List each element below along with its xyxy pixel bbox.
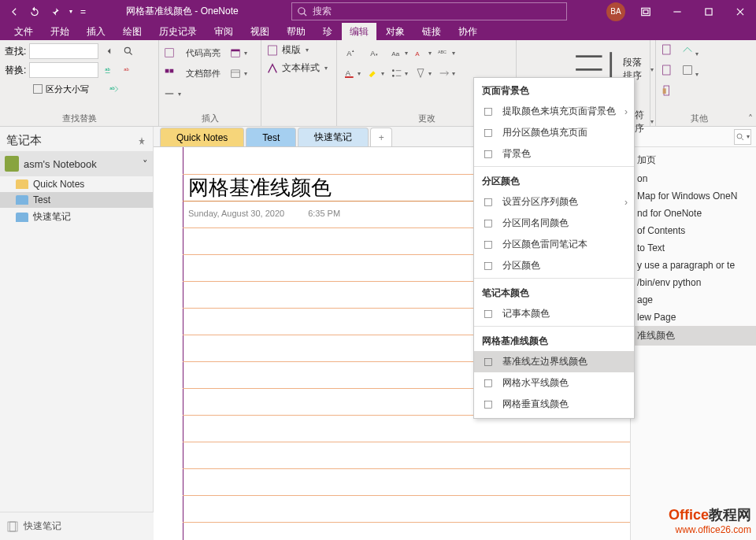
find-go-icon[interactable] (120, 43, 136, 59)
menu-开始[interactable]: 开始 (43, 23, 77, 41)
window-layout-icon[interactable] (630, 0, 662, 23)
notebook-name: asm's Notebook (24, 158, 97, 170)
replace-one-icon[interactable]: ab (102, 62, 117, 78)
other-btn-5[interactable] (661, 84, 680, 103)
dropdown-item[interactable]: 网格水平线颜色 (474, 372, 634, 394)
ribbon-collapse-icon[interactable]: ˄ (748, 113, 753, 124)
insert-line-icon[interactable]: ▾ (164, 84, 184, 103)
page-list-item[interactable]: lew Page (631, 309, 756, 326)
other-btn-1[interactable] (661, 43, 680, 62)
status-quick-notes[interactable]: 快速笔记 (0, 512, 154, 540)
find-input[interactable] (29, 43, 98, 59)
qat-more-icon[interactable]: ▾ (69, 8, 72, 15)
user-avatar[interactable]: BA (606, 2, 625, 21)
svg-rect-2 (673, 11, 680, 12)
page-list-item[interactable]: of Contents (631, 222, 756, 239)
page-search-icon[interactable]: ▾ (734, 129, 751, 145)
find-options-icon[interactable]: ab (106, 81, 122, 97)
other-btn-2[interactable]: ▾ (681, 43, 700, 62)
insert-date-icon[interactable]: ▾ (230, 43, 250, 62)
dropdown-item[interactable]: 设置分区序列颜色› (474, 191, 634, 213)
page-meta: Sunday, August 30, 2020 6:35 PM (188, 209, 340, 218)
tab-Test[interactable]: Test (246, 128, 296, 146)
section-item[interactable]: 快速笔记 (0, 208, 153, 226)
color-dropdown-menu: 页面背景色提取颜色来填充页面背景色›用分区颜色填充页面背景色分区颜色设置分区序列… (473, 77, 635, 419)
tab-快速笔记[interactable]: 快速笔记 (298, 128, 369, 146)
replace-input[interactable] (29, 62, 98, 78)
menu-编辑[interactable]: 编辑 (342, 23, 376, 41)
back-icon[interactable] (6, 4, 22, 20)
lang-icon[interactable]: ABC▾ (436, 43, 457, 62)
char-width-icon[interactable]: A▾ (413, 43, 433, 62)
replace-all-icon[interactable]: ab (120, 62, 136, 78)
search-input[interactable]: 搜索 (291, 2, 567, 20)
menu-审阅[interactable]: 审阅 (206, 23, 241, 41)
dropdown-item-label: 提取颜色来填充页面背景色 (502, 105, 616, 118)
text-direction-icon[interactable]: ▾ (436, 64, 457, 83)
svg-rect-14 (269, 46, 277, 55)
menu-视图[interactable]: 视图 (243, 23, 277, 41)
menu-帮助[interactable]: 帮助 (279, 23, 313, 41)
svg-text:▴: ▴ (352, 48, 354, 53)
search-placeholder: 搜索 (313, 5, 332, 18)
page-list-item[interactable]: age (631, 291, 756, 309)
find-prev-icon[interactable] (102, 43, 117, 59)
minimize-button[interactable] (662, 0, 693, 23)
page-title[interactable]: 网格基准线颜色 (188, 174, 332, 202)
page-list-item[interactable]: on (631, 170, 756, 187)
dropdown-item[interactable]: 分区颜色雷同笔记本 (474, 234, 634, 255)
bullets-icon[interactable]: ▾ (389, 64, 410, 83)
other-btn-4[interactable]: ▾ (681, 64, 700, 83)
match-case-checkbox[interactable]: 区分大小写 ab (33, 81, 154, 97)
insert-calendar-icon[interactable]: ▾ (230, 64, 250, 83)
menu-文件[interactable]: 文件 (6, 23, 41, 41)
svg-text:ab: ab (109, 86, 114, 91)
menu-协作[interactable]: 协作 (450, 23, 485, 41)
section-item[interactable]: Quick Notes (0, 176, 153, 192)
font-color-icon[interactable]: A▾ (342, 64, 362, 83)
highlight-icon[interactable]: ▾ (365, 64, 386, 83)
menu-链接[interactable]: 链接 (414, 23, 449, 41)
group-label-other: 其他 (661, 113, 737, 126)
page-list-item[interactable]: nd for OneNote (631, 205, 756, 222)
pin-icon[interactable] (47, 4, 63, 20)
maximize-button[interactable] (693, 0, 724, 23)
dropdown-item[interactable]: 网格垂直线颜色 (474, 394, 634, 415)
dropdown-item[interactable]: 提取颜色来填充页面背景色› (474, 101, 634, 122)
menu-对象[interactable]: 对象 (378, 23, 413, 41)
svg-point-35 (737, 134, 742, 139)
insert-code-highlight[interactable] (164, 43, 184, 62)
dropdown-header: 分区颜色 (474, 168, 634, 191)
tab-Quick Notes[interactable]: Quick Notes (160, 128, 244, 146)
font-decrease-icon[interactable]: A▾ (365, 43, 386, 62)
page-list-item[interactable]: /bin/env python (631, 274, 756, 291)
insert-doc-parts[interactable] (164, 64, 184, 83)
pin-icon[interactable] (137, 136, 146, 146)
clear-format-icon[interactable]: ▾ (413, 64, 433, 83)
dropdown-item[interactable]: 用分区颜色填充页面 (474, 122, 634, 143)
ribbon-group-insert: 代码高亮 ▾ 文档部件 ▾ ▾ 插入 (159, 40, 261, 126)
undo-icon[interactable] (27, 4, 43, 20)
menu-珍[interactable]: 珍 (315, 23, 340, 41)
other-btn-3[interactable] (661, 64, 680, 83)
section-item[interactable]: Test (0, 192, 153, 208)
menu-插入[interactable]: 插入 (79, 23, 113, 41)
notebook-nav-pane: 笔记本 asm's Notebook ˅ Quick NotesTest快速笔记 (0, 127, 154, 540)
page-list-item[interactable]: y use a paragraph or te (631, 257, 756, 274)
font-increase-icon[interactable]: A▴ (342, 43, 362, 62)
dropdown-item[interactable]: 记事本颜色 (474, 303, 634, 324)
dropdown-item[interactable]: 基准线左边界线颜色 (474, 351, 634, 372)
page-list-item[interactable]: Map for Windows OneN (631, 187, 756, 205)
close-button[interactable] (724, 0, 756, 23)
page-list-item[interactable]: to Text (631, 239, 756, 257)
dropdown-item[interactable]: 分区同名同颜色 (474, 213, 634, 234)
menu-历史记录[interactable]: 历史记录 (151, 23, 205, 41)
match-case-label: 区分大小写 (46, 83, 89, 95)
change-case-icon[interactable]: Aa▾ (389, 43, 410, 62)
page-list-item[interactable]: 准线颜色 (631, 326, 756, 346)
dropdown-item[interactable]: 背景色 (474, 143, 634, 165)
tab-add[interactable]: + (370, 128, 392, 146)
dropdown-item[interactable]: 分区颜色 (474, 255, 634, 276)
menu-绘图[interactable]: 绘图 (115, 23, 150, 41)
notebook-row[interactable]: asm's Notebook ˅ (0, 151, 153, 176)
